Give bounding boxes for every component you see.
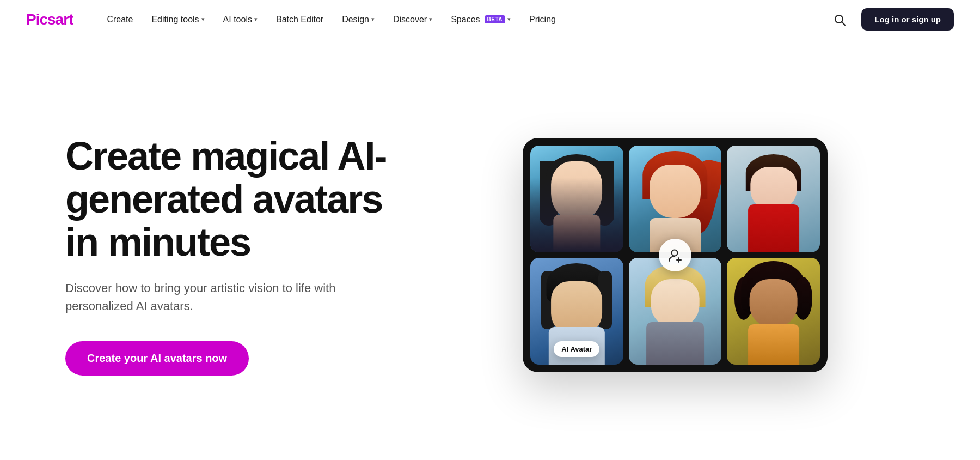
nav-label-editing-tools: Editing tools [151, 15, 199, 25]
search-button[interactable] [829, 9, 850, 31]
nav-item-pricing[interactable]: Pricing [522, 10, 564, 29]
avatar-grid-container: AI Avatar [523, 138, 828, 372]
cta-button[interactable]: Create your AI avatars now [65, 341, 249, 376]
avatar-add-icon-circle[interactable] [659, 239, 691, 271]
face-element [650, 165, 701, 218]
nav-label-design: Design [342, 15, 369, 25]
nav-item-discover[interactable]: Discover ▾ [385, 10, 440, 29]
nav-label-create: Create [107, 15, 133, 25]
avatar-figure-6 [727, 258, 820, 365]
hero-title: Create magical AI-generated avatars in m… [65, 135, 403, 264]
nav-item-spaces[interactable]: Spaces BETA ▾ [443, 10, 518, 29]
navbar: Picsart Create Editing tools ▾ AI tools … [0, 0, 980, 39]
avatar-figure-1 [530, 146, 623, 252]
nav-links: Create Editing tools ▾ AI tools ▾ Batch … [99, 10, 829, 29]
spaces-beta-badge: BETA [485, 15, 505, 23]
nav-label-ai-tools: AI tools [223, 15, 252, 25]
nav-label-spaces: Spaces [451, 15, 480, 25]
chevron-down-icon: ▾ [507, 16, 511, 23]
chevron-down-icon: ▾ [201, 16, 205, 23]
avatar-cell-red-dress-woman [727, 146, 820, 252]
ai-avatar-label: AI Avatar [554, 341, 599, 357]
avatar-cell-dark-hair-male: AI Avatar [530, 258, 623, 365]
body-element [748, 204, 799, 252]
hero-subtitle: Discover how to bring your artistic visi… [65, 279, 359, 315]
chevron-down-icon: ▾ [429, 16, 432, 23]
body-element [554, 215, 600, 252]
chevron-down-icon: ▾ [254, 16, 258, 23]
nav-item-editing-tools[interactable]: Editing tools ▾ [144, 10, 212, 29]
face-element [749, 279, 798, 327]
nav-item-create[interactable]: Create [99, 10, 140, 29]
armor-element [646, 322, 704, 365]
svg-point-2 [672, 250, 678, 256]
body-element [748, 324, 799, 365]
avatar-figure-3 [727, 146, 820, 252]
avatar-figure-2 [629, 146, 722, 252]
nav-item-batch-editor[interactable]: Batch Editor [268, 10, 331, 29]
hero-content: Create magical AI-generated avatars in m… [65, 135, 436, 376]
search-icon [833, 13, 846, 26]
avatar-cell-curly-hair-woman [727, 258, 820, 365]
chevron-down-icon: ▾ [371, 16, 375, 23]
avatar-person-plus-icon [667, 247, 683, 263]
nav-item-ai-tools[interactable]: AI tools ▾ [216, 10, 265, 29]
avatar-figure-5 [629, 258, 722, 365]
nav-label-discover: Discover [393, 15, 427, 25]
hero-visual: AI Avatar [436, 138, 915, 372]
avatar-cell-anime-dark-girl [530, 146, 623, 252]
svg-line-1 [842, 22, 846, 25]
face-element [551, 161, 602, 220]
nav-item-design[interactable]: Design ▾ [334, 10, 382, 29]
face-element [750, 167, 797, 209]
avatar-cell-red-hair-woman [629, 146, 722, 252]
nav-right: Log in or sign up [829, 8, 954, 31]
nav-label-batch-editor: Batch Editor [276, 15, 323, 25]
hero-section: Create magical AI-generated avatars in m… [0, 39, 980, 460]
avatar-cell-blonde-armor-woman [629, 258, 722, 365]
nav-label-pricing: Pricing [529, 15, 556, 25]
face-element [651, 279, 700, 327]
login-signup-button[interactable]: Log in or sign up [861, 8, 954, 31]
logo[interactable]: Picsart [26, 11, 73, 28]
